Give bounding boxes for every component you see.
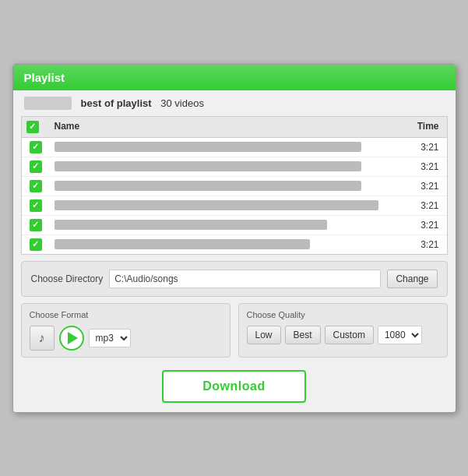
row-checkbox-cell [22,219,50,231]
table-row: 3:21 [22,216,447,235]
header-name: Name [50,121,400,133]
format-dropdown[interactable]: mp3 mp4 aac wav [89,329,131,347]
directory-label: Choose Directory [31,273,104,284]
change-button[interactable]: Change [387,270,437,288]
header-checkbox-cell [22,121,50,133]
directory-input[interactable] [109,270,381,288]
header-checkbox[interactable] [26,121,39,133]
table-row: 3:21 [22,138,447,157]
format-section: Choose Format ♪ mp3 mp4 aac wav [21,303,230,358]
row-name [50,161,400,172]
quality-title: Choose Quality [247,310,439,319]
row-checkbox-cell [22,180,50,192]
row-name-blurred [55,239,311,249]
row-name [50,220,400,231]
row-checkbox[interactable] [30,160,42,173]
row-name-blurred [55,161,361,171]
best-quality-button[interactable]: Best [285,326,321,344]
play-triangle-icon [68,332,78,344]
quality-section: Choose Quality Low Best Custom 1080 720 … [238,303,448,358]
music-icon-button[interactable]: ♪ [30,326,55,351]
user-name-blurred: First Last [24,97,72,110]
row-checkbox[interactable] [30,141,42,153]
row-name [50,181,400,192]
window-title: Playlist [24,71,65,84]
row-name-blurred [55,200,378,210]
row-name [50,200,400,211]
format-title: Choose Format [30,310,222,319]
row-checkbox-cell [22,199,50,212]
row-time: 3:21 [400,200,447,211]
table-row: 3:21 [22,235,447,254]
format-controls: ♪ mp3 mp4 aac wav [30,326,222,351]
row-checkbox[interactable] [30,199,42,212]
playlist-table: Name Time 3:21 3:21 [21,116,448,255]
row-checkbox[interactable] [30,238,42,251]
play-button[interactable] [59,326,84,351]
directory-section: Choose Directory Change [21,261,448,297]
main-window: Playlist First Last best of playlist 30 … [12,64,456,413]
table-row: 3:21 [22,196,447,216]
header-time: Time [400,121,447,133]
row-checkbox[interactable] [30,180,42,192]
download-button[interactable]: Download [162,370,305,403]
row-name-blurred [55,181,361,191]
row-name [50,239,400,250]
custom-quality-button[interactable]: Custom [325,326,374,344]
table-header: Name Time [22,117,447,138]
row-checkbox-cell [22,141,50,153]
quality-controls: Low Best Custom 1080 720 480 360 [247,326,439,344]
row-name [50,142,400,153]
row-name-blurred [55,142,361,152]
download-row: Download [13,364,456,412]
format-quality-row: Choose Format ♪ mp3 mp4 aac wav Choose Q… [21,303,448,358]
row-time: 3:21 [400,161,447,172]
low-quality-button[interactable]: Low [247,326,281,344]
playlist-header: First Last best of playlist 30 videos [13,90,456,116]
title-bar: Playlist [13,65,456,90]
playlist-name: best of playlist [81,97,152,109]
playlist-count: 30 videos [160,97,204,109]
table-row: 3:21 [22,157,447,177]
row-checkbox-cell [22,238,50,251]
row-time: 3:21 [400,220,447,231]
music-icon: ♪ [39,331,45,345]
row-time: 3:21 [400,239,447,250]
row-checkbox-cell [22,160,50,173]
row-checkbox[interactable] [30,219,42,231]
table-row: 3:21 [22,177,447,196]
directory-row: Choose Directory Change [31,270,438,288]
row-time: 3:21 [400,181,447,192]
quality-dropdown[interactable]: 1080 720 480 360 [378,326,422,344]
row-time: 3:21 [400,142,447,153]
row-name-blurred [55,220,327,230]
